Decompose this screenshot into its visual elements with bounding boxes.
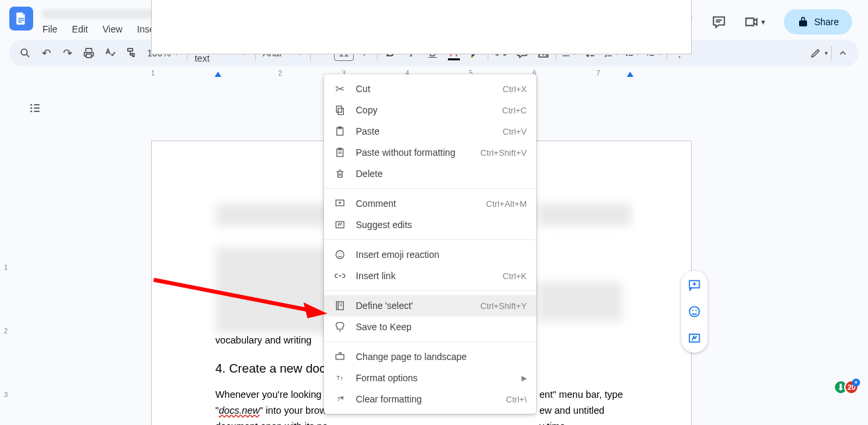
body-line: y time [539, 418, 565, 425]
suggest-edits-button[interactable] [686, 330, 702, 346]
svg-point-44 [336, 251, 344, 259]
body-line: "docs.new" into your brow [215, 402, 327, 418]
emoji-reaction-button[interactable] [686, 304, 702, 320]
dropdown-caret-icon: ▼ [760, 19, 767, 26]
svg-rect-33 [337, 106, 342, 112]
delete-icon [333, 167, 347, 180]
search-menus-icon[interactable] [16, 44, 34, 62]
svg-point-28 [30, 107, 32, 109]
body-line: ew and untitled [539, 402, 604, 418]
floating-action-sidebar [681, 271, 708, 353]
link-icon [333, 269, 347, 282]
svg-point-5 [21, 49, 27, 55]
cm-comment[interactable]: CommentCtrl+Alt+M [324, 193, 536, 214]
vertical-ruler[interactable]: 1 2 3 [0, 85, 13, 425]
svg-point-63 [692, 310, 694, 311]
svg-point-26 [30, 104, 32, 106]
body-fragment: vocabulary and writing [215, 332, 311, 348]
document-icon [14, 9, 28, 28]
cm-clear-format[interactable]: TClear formattingCtrl+\ [324, 389, 536, 410]
svg-point-45 [338, 253, 339, 254]
section-heading: 4. Create a new doc [215, 361, 325, 376]
paste-plain-icon [333, 146, 347, 159]
page-previous [151, 0, 692, 54]
collapse-toolbar-icon[interactable] [834, 44, 852, 62]
svg-rect-0 [18, 18, 24, 19]
svg-point-64 [696, 310, 697, 311]
svg-rect-43 [336, 221, 344, 227]
suggest-icon [333, 218, 347, 231]
add-comment-button[interactable] [686, 277, 702, 293]
body-line: document open with its ne [215, 418, 328, 425]
emoji-icon [333, 248, 347, 261]
format-options-icon: TT [333, 371, 347, 385]
share-label: Share [814, 17, 839, 27]
cm-delete[interactable]: Delete [324, 163, 536, 184]
svg-line-6 [27, 54, 29, 57]
svg-point-46 [341, 253, 341, 254]
plus-icon: + [852, 379, 860, 387]
svg-text:T: T [337, 375, 341, 381]
indent-right-marker[interactable] [627, 72, 633, 77]
svg-rect-2 [18, 22, 22, 23]
paste-icon [333, 125, 347, 138]
svg-rect-32 [338, 108, 343, 114]
cm-link[interactable]: Insert linkCtrl+K [324, 265, 536, 286]
cm-emoji[interactable]: Insert emoji reaction [324, 244, 536, 265]
svg-rect-1 [18, 20, 24, 21]
submenu-arrow-icon: ▶ [521, 374, 527, 383]
context-menu: ✂CutCtrl+X CopyCtrl+C PasteCtrl+V Paste … [324, 74, 536, 414]
menu-file[interactable]: File [42, 24, 58, 34]
document-outline-button[interactable] [25, 98, 45, 118]
cm-landscape[interactable]: Change page to landscape [324, 346, 536, 367]
copy-icon [333, 103, 347, 117]
dictionary-icon [333, 299, 347, 312]
indent-left-marker[interactable] [215, 72, 221, 77]
cm-copy[interactable]: CopyCtrl+C [324, 99, 536, 121]
menu-edit[interactable]: Edit [72, 24, 88, 34]
cm-define[interactable]: Define 'select'Ctrl+Shift+Y [324, 295, 536, 316]
chevron-down-icon: ▼ [824, 50, 829, 56]
print-icon[interactable] [80, 44, 98, 62]
docs-logo[interactable] [9, 7, 33, 30]
comments-icon[interactable] [711, 14, 727, 30]
body-line: Whenever you're looking [215, 387, 321, 402]
cut-icon: ✂ [333, 82, 347, 95]
cm-format-options[interactable]: TTFormat options▶ [324, 367, 536, 389]
svg-point-30 [30, 111, 32, 113]
badge-red-count: 20 + [844, 380, 859, 395]
landscape-icon [333, 350, 347, 363]
keep-icon [333, 320, 347, 334]
svg-point-16 [626, 54, 627, 56]
lock-icon [797, 16, 809, 28]
menu-view[interactable]: View [103, 24, 123, 34]
paint-format-icon[interactable] [122, 44, 140, 62]
cm-cut[interactable]: ✂CutCtrl+X [324, 78, 536, 99]
spellcheck-icon[interactable] [101, 44, 119, 62]
cm-paste[interactable]: PasteCtrl+V [324, 121, 536, 142]
cm-keep[interactable]: Save to Keep [324, 316, 536, 337]
comment-add-icon [333, 197, 347, 210]
body-line: ent" menu bar, type [539, 387, 623, 402]
share-button[interactable]: Share [784, 9, 852, 34]
redo-icon[interactable]: ↷ [58, 44, 77, 62]
svg-point-62 [690, 307, 700, 317]
cm-suggest[interactable]: Suggest edits [324, 214, 536, 235]
video-icon [744, 15, 759, 29]
meet-dropdown[interactable]: ▼ [744, 15, 767, 29]
cm-paste-plain[interactable]: Paste without formattingCtrl+Shift+V [324, 142, 536, 163]
editing-mode-dropdown[interactable]: ▼ [810, 44, 829, 62]
svg-text:T: T [341, 377, 343, 381]
clear-format-icon: T [333, 393, 347, 406]
svg-rect-51 [336, 355, 344, 359]
undo-icon[interactable]: ↶ [37, 44, 56, 62]
extension-badges[interactable]: ⬇ 20 + [834, 380, 859, 395]
